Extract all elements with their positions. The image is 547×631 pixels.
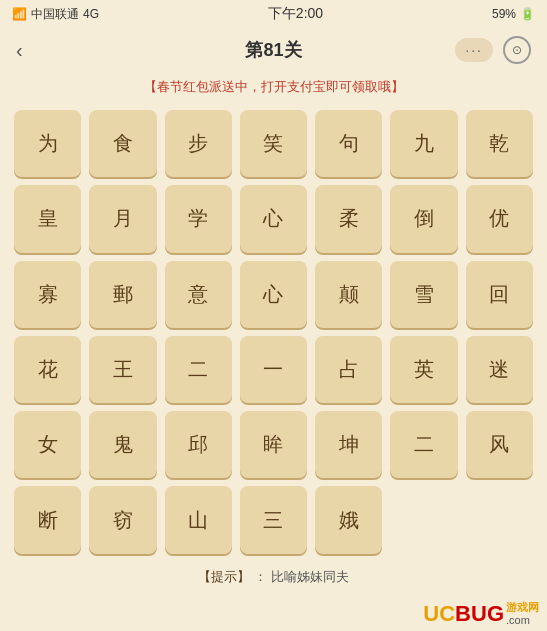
tile-1-0[interactable]: 皇	[14, 185, 81, 252]
hint-text: 比喻姊妹同夫	[271, 569, 349, 584]
tile-2-0[interactable]: 寡	[14, 261, 81, 328]
tile-5-0[interactable]: 断	[14, 486, 81, 553]
tile-5-6	[466, 486, 533, 553]
watermark-bug: BUG	[455, 601, 504, 627]
back-button[interactable]: ‹	[16, 39, 23, 62]
hint-bar: 【提示】 ： 比喻姊妹同夫	[0, 562, 547, 592]
tile-2-3[interactable]: 心	[240, 261, 307, 328]
tile-2-6[interactable]: 回	[466, 261, 533, 328]
tile-4-5[interactable]: 二	[390, 411, 457, 478]
tile-3-4[interactable]: 占	[315, 336, 382, 403]
tile-0-4[interactable]: 句	[315, 110, 382, 177]
notice-banner: 【春节红包派送中，打开支付宝即可领取哦】	[0, 72, 547, 102]
watermark-suffix: 游戏网 .com	[506, 601, 539, 627]
tile-5-5	[390, 486, 457, 553]
battery-percent: 59%	[492, 7, 516, 21]
tile-4-6[interactable]: 风	[466, 411, 533, 478]
tile-2-1[interactable]: 郵	[89, 261, 156, 328]
hint-colon: ：	[254, 569, 267, 584]
tile-3-3[interactable]: 一	[240, 336, 307, 403]
tile-4-3[interactable]: 眸	[240, 411, 307, 478]
tile-1-3[interactable]: 心	[240, 185, 307, 252]
watermark: UC BUG 游戏网 .com	[423, 601, 539, 627]
tile-5-3[interactable]: 三	[240, 486, 307, 553]
tile-0-5[interactable]: 九	[390, 110, 457, 177]
tile-0-2[interactable]: 步	[165, 110, 232, 177]
tile-1-5[interactable]: 倒	[390, 185, 457, 252]
tile-0-1[interactable]: 食	[89, 110, 156, 177]
battery-icon: 🔋	[520, 7, 535, 21]
more-button[interactable]: ···	[455, 38, 493, 62]
carrier-name: 中国联通	[31, 6, 79, 23]
tile-4-0[interactable]: 女	[14, 411, 81, 478]
nav-right-controls: ··· ⊙	[455, 36, 531, 64]
tile-3-6[interactable]: 迷	[466, 336, 533, 403]
watermark-game: 游戏网	[506, 601, 539, 614]
tile-0-6[interactable]: 乾	[466, 110, 533, 177]
signal-icon: 📶	[12, 7, 27, 21]
tile-1-4[interactable]: 柔	[315, 185, 382, 252]
battery-info: 59% 🔋	[492, 7, 535, 21]
hint-bracket: 【提示】	[198, 569, 250, 584]
tile-0-0[interactable]: 为	[14, 110, 81, 177]
character-grid: 为食步笑句九乾皇月学心柔倒优寡郵意心颠雪回花王二一占英迷女鬼邱眸坤二风断窃山三娥	[0, 102, 547, 562]
tile-4-4[interactable]: 坤	[315, 411, 382, 478]
tile-2-4[interactable]: 颠	[315, 261, 382, 328]
watermark-com: .com	[506, 614, 539, 627]
watermark-uc: UC	[423, 601, 455, 627]
carrier-info: 📶 中国联通 4G	[12, 6, 99, 23]
nav-bar: ‹ 第81关 ··· ⊙	[0, 28, 547, 72]
tile-1-2[interactable]: 学	[165, 185, 232, 252]
tile-3-0[interactable]: 花	[14, 336, 81, 403]
target-button[interactable]: ⊙	[503, 36, 531, 64]
network-type: 4G	[83, 7, 99, 21]
tile-5-2[interactable]: 山	[165, 486, 232, 553]
tile-3-1[interactable]: 王	[89, 336, 156, 403]
tile-4-1[interactable]: 鬼	[89, 411, 156, 478]
tile-2-2[interactable]: 意	[165, 261, 232, 328]
tile-5-4[interactable]: 娥	[315, 486, 382, 553]
tile-0-3[interactable]: 笑	[240, 110, 307, 177]
time-display: 下午2:00	[268, 5, 323, 23]
tile-1-6[interactable]: 优	[466, 185, 533, 252]
tile-3-5[interactable]: 英	[390, 336, 457, 403]
page-title: 第81关	[245, 38, 301, 62]
status-bar: 📶 中国联通 4G 下午2:00 59% 🔋	[0, 0, 547, 28]
tile-2-5[interactable]: 雪	[390, 261, 457, 328]
tile-3-2[interactable]: 二	[165, 336, 232, 403]
tile-4-2[interactable]: 邱	[165, 411, 232, 478]
tile-1-1[interactable]: 月	[89, 185, 156, 252]
tile-5-1[interactable]: 窃	[89, 486, 156, 553]
